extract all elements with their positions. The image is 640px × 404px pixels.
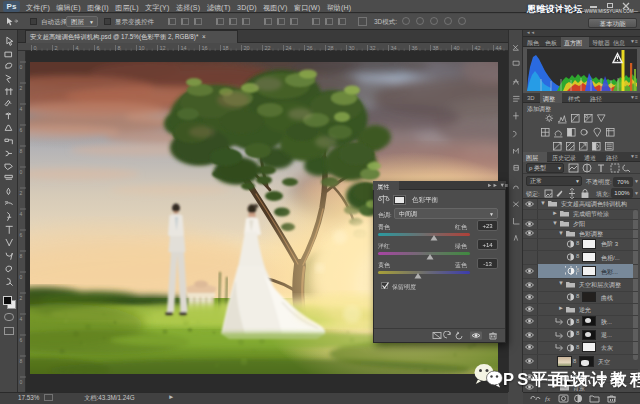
svg-text:4: 4 <box>20 211 23 217</box>
svg-text:6: 6 <box>97 45 100 51</box>
svg-text:4: 4 <box>76 45 79 51</box>
svg-text:2: 2 <box>20 190 23 196</box>
svg-text:4: 4 <box>20 106 23 112</box>
svg-text:4: 4 <box>20 316 23 322</box>
svg-text:8: 8 <box>20 253 23 259</box>
svg-text:0: 0 <box>20 379 23 385</box>
svg-text:8: 8 <box>118 45 121 51</box>
svg-text:0: 0 <box>20 274 23 280</box>
svg-text:8: 8 <box>20 358 23 364</box>
svg-text:2: 2 <box>20 85 23 91</box>
svg-text:0: 0 <box>20 169 23 175</box>
svg-text:fx: fx <box>545 395 551 403</box>
svg-text:6: 6 <box>20 337 23 343</box>
svg-text:6: 6 <box>20 127 23 133</box>
svg-text:6: 6 <box>20 232 23 238</box>
svg-text:8: 8 <box>20 148 23 154</box>
svg-text:2: 2 <box>20 295 23 301</box>
svg-text:0: 0 <box>20 64 23 70</box>
svg-text:2: 2 <box>55 45 58 51</box>
svg-text:0: 0 <box>34 45 37 51</box>
